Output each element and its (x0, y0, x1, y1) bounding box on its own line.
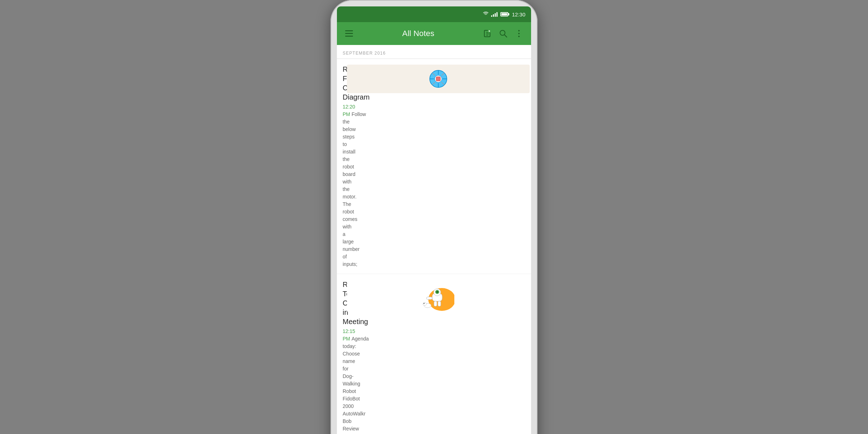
battery-icon (500, 12, 508, 16)
svg-rect-25 (438, 301, 441, 306)
app-bar: All Notes (337, 22, 531, 45)
svg-rect-1 (345, 33, 353, 34)
search-button[interactable] (497, 27, 510, 40)
widget-button[interactable] (481, 27, 494, 40)
status-time: 12:30 (512, 11, 525, 17)
app-bar-actions (481, 27, 525, 40)
svg-point-23 (436, 291, 438, 293)
svg-rect-24 (434, 301, 437, 306)
more-options-button[interactable] (513, 27, 525, 40)
svg-rect-2 (345, 36, 353, 37)
phone-shell: 12:30 All Notes (330, 0, 538, 434)
menu-button[interactable] (343, 27, 355, 40)
signal-icon (491, 12, 498, 17)
section-header: SEPTEMBER 2016 (337, 45, 531, 59)
svg-point-28 (423, 303, 427, 306)
app-bar-title: All Notes (360, 29, 477, 38)
svg-rect-26 (427, 297, 432, 299)
notes-content: SEPTEMBER 2016 Robot Flux Capacitor Diag… (337, 45, 531, 434)
note-thumbnail-2 (347, 280, 530, 312)
svg-rect-10 (436, 77, 440, 81)
svg-point-29 (424, 303, 425, 304)
svg-rect-0 (345, 30, 353, 31)
battery-fill (501, 13, 507, 15)
wifi-icon (483, 11, 489, 17)
status-bar: 12:30 (337, 6, 531, 22)
status-icons: 12:30 (483, 11, 525, 17)
note-thumbnail-1 (347, 65, 530, 93)
note-item-1[interactable]: Robot Flux Capacitor Diagram 12:20 PMFol… (337, 59, 531, 274)
phone-screen: 12:30 All Notes (337, 6, 531, 434)
note-item-2[interactable]: Robot Team Check-in Meeting 12:15 PMAgen… (337, 274, 531, 434)
svg-line-6 (505, 35, 507, 37)
